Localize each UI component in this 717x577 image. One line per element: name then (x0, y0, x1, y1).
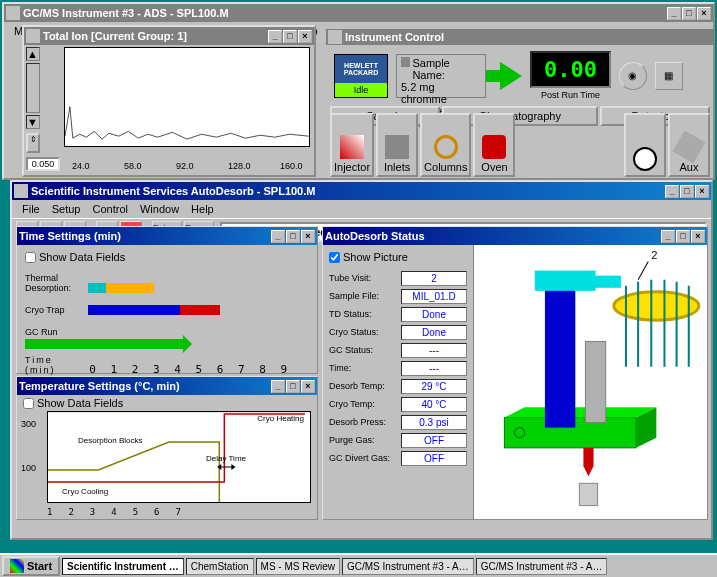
sis-title: Scientific Instrument Services AutoDesor… (31, 185, 315, 197)
fld-val-8: 0.3 psi (401, 415, 467, 430)
status-titlebar[interactable]: AutoDesorb Status _ □ × (323, 227, 707, 245)
sis-icon (14, 184, 28, 198)
scroll-up[interactable]: ▲ (26, 47, 40, 61)
totalio-plot[interactable] (64, 47, 310, 147)
xtick-2: 92.0 (176, 161, 194, 171)
totalio-titlebar[interactable]: Total Ion [Current Group: 1] _ □ × (24, 27, 314, 45)
disk-icon (401, 57, 410, 67)
row-label-2: GC Run (25, 327, 85, 337)
minimize-button[interactable]: _ (271, 380, 285, 393)
show-data-fields-label: Show Data Fields (37, 397, 123, 409)
diagram-pos-label: 2 (651, 249, 657, 261)
round-button-1[interactable]: ◉ (619, 62, 647, 90)
scroll-down[interactable]: ▼ (26, 115, 40, 129)
minimize-button[interactable]: _ (667, 7, 681, 20)
task-2[interactable]: MS - MS Review (256, 558, 340, 575)
hp-idle-status: Idle (335, 83, 387, 97)
close-button[interactable]: × (301, 380, 315, 393)
columns-icon (434, 135, 458, 159)
time-settings-window: Time Settings (min) _ □ × Show Data Fiel… (16, 226, 318, 374)
instrument-control-panel: Instrument Control HEWLETT PACKARD Idle … (326, 29, 714, 181)
maximize-button[interactable]: □ (286, 380, 300, 393)
columns-button[interactable]: Columns (420, 113, 471, 177)
run-time-display: 0.00 (530, 51, 611, 88)
maximize-button[interactable]: □ (682, 7, 696, 20)
label-desorb: Desorption Blocks (78, 436, 142, 445)
scale-button[interactable]: ⇕ (26, 133, 40, 153)
close-button[interactable]: × (301, 230, 315, 243)
svg-marker-3 (231, 464, 235, 470)
maximize-button[interactable]: □ (283, 30, 297, 43)
time-titlebar[interactable]: Time Settings (min) _ □ × (17, 227, 317, 245)
fld-lbl-7: Cryo Temp: (329, 399, 401, 409)
xtick-4: 160.0 (280, 161, 303, 171)
show-data-fields-checkbox[interactable]: Show Data Fields (23, 397, 123, 409)
fld-val-0: 2 (401, 271, 467, 286)
app-icon (6, 6, 20, 20)
svg-marker-6 (504, 407, 656, 417)
inlets-button[interactable]: Inlets (376, 113, 418, 177)
instctrl-titlebar[interactable]: Instrument Control (326, 29, 714, 45)
show-picture-checkbox[interactable]: Show Picture (329, 251, 408, 263)
x-start-box[interactable]: 0.050 (26, 157, 60, 171)
menu-control[interactable]: Control (86, 201, 133, 217)
gauge-button[interactable] (624, 113, 666, 177)
chart-icon (26, 29, 40, 43)
fld-val-6: 29 °C (401, 379, 467, 394)
menu-file[interactable]: File (16, 201, 46, 217)
show-data-fields-checkbox[interactable]: Show Data Fields (25, 251, 125, 263)
injector-label: Injector (334, 161, 370, 173)
fld-lbl-10: GC Divert Gas: (329, 453, 401, 463)
fld-lbl-5: Time: (329, 363, 401, 373)
minimize-button[interactable]: _ (268, 30, 282, 43)
sample-name-value: 5.2 mg chromme (401, 81, 481, 105)
aux-button[interactable]: Aux (668, 113, 710, 177)
bar-gc (25, 339, 183, 349)
close-button[interactable]: × (298, 30, 312, 43)
sis-menubar: File Setup Control Window Help (12, 200, 711, 218)
oven-button[interactable]: Oven (473, 113, 515, 177)
gcms-titlebar[interactable]: GC/MS Instrument #3 - ADS - SPL100.M _ □… (4, 4, 713, 22)
fld-val-4: --- (401, 343, 467, 358)
row-label-1: Cryo Trap (25, 305, 85, 315)
temp-plot[interactable]: Desorption Blocks Cryo Cooling Cryo Heat… (47, 411, 311, 503)
temp-titlebar[interactable]: Temperature Settings (°C, min) _ □ × (17, 377, 317, 395)
start-label: Start (27, 560, 52, 572)
menu-window[interactable]: Window (134, 201, 185, 217)
close-button[interactable]: × (695, 185, 709, 198)
maximize-button[interactable]: □ (676, 230, 690, 243)
task-3[interactable]: GC/MS Instrument #3 - A… (342, 558, 474, 575)
instctrl-title: Instrument Control (345, 31, 444, 43)
minimize-button[interactable]: _ (661, 230, 675, 243)
close-button[interactable]: × (691, 230, 705, 243)
start-button[interactable]: Start (2, 556, 60, 576)
gcms-title: GC/MS Instrument #3 - ADS - SPL100.M (23, 7, 229, 19)
sis-titlebar[interactable]: Scientific Instrument Services AutoDesor… (12, 182, 711, 200)
menu-setup[interactable]: Setup (46, 201, 87, 217)
close-button[interactable]: × (697, 7, 711, 20)
fld-val-10: OFF (401, 451, 467, 466)
svg-rect-22 (579, 483, 597, 505)
inlets-label: Inlets (384, 161, 410, 173)
task-4[interactable]: GC/MS Instrument #3 - A… (476, 558, 608, 575)
svg-rect-10 (585, 341, 605, 422)
maximize-button[interactable]: □ (286, 230, 300, 243)
maximize-button[interactable]: □ (680, 185, 694, 198)
ms-button[interactable]: ▦ (655, 62, 683, 90)
injector-button[interactable]: Injector (330, 113, 374, 177)
hp-logo-box: HEWLETT PACKARD Idle (334, 54, 388, 98)
minimize-button[interactable]: _ (665, 185, 679, 198)
sis-autodesorb-window: Scientific Instrument Services AutoDesor… (10, 180, 713, 540)
time-title: Time Settings (min) (19, 230, 121, 242)
bar-td-1 (88, 283, 106, 293)
fld-lbl-4: GC Status: (329, 345, 401, 355)
task-1[interactable]: ChemStation (186, 558, 254, 575)
minimize-button[interactable]: _ (271, 230, 285, 243)
fld-lbl-1: Sample File: (329, 291, 401, 301)
time-body: Show Data Fields Thermal Desorption: Cry… (17, 245, 317, 395)
temperature-settings-window: Temperature Settings (°C, min) _ □ × Sho… (16, 376, 318, 520)
task-0[interactable]: Scientific Instrument … (62, 558, 184, 575)
scrollbar-track[interactable] (26, 63, 40, 113)
menu-help[interactable]: Help (185, 201, 220, 217)
gauge-icon (633, 147, 657, 171)
